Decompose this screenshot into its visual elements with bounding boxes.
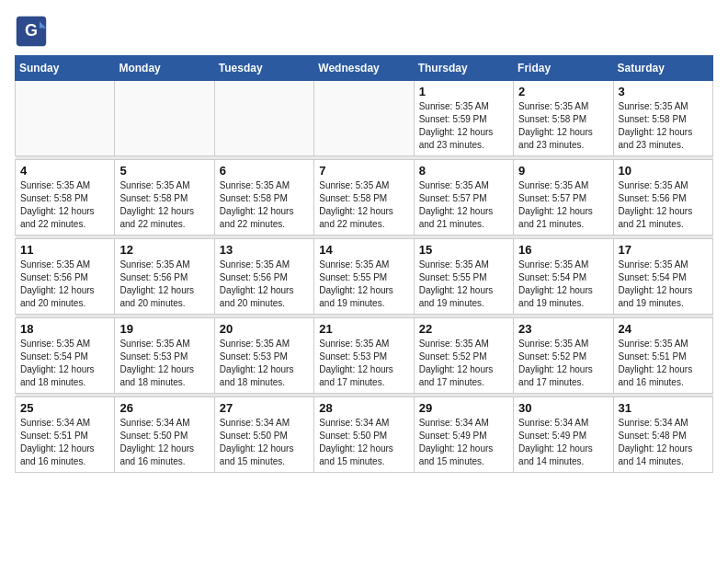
day-number: 16 [518, 243, 608, 257]
calendar-day-cell: 1Sunrise: 5:35 AMSunset: 5:59 PMDaylight… [414, 81, 513, 156]
day-info: Sunrise: 5:34 AMSunset: 5:50 PMDaylight:… [319, 417, 408, 468]
calendar-day-cell: 29Sunrise: 5:34 AMSunset: 5:49 PMDayligh… [414, 397, 513, 473]
day-info: Sunrise: 5:35 AMSunset: 5:53 PMDaylight:… [119, 338, 209, 389]
day-info: Sunrise: 5:35 AMSunset: 5:56 PMDaylight:… [220, 259, 309, 310]
day-info: Sunrise: 5:35 AMSunset: 5:58 PMDaylight:… [619, 100, 708, 152]
day-number: 12 [119, 243, 209, 257]
calendar-day-cell: 8Sunrise: 5:35 AMSunset: 5:57 PMDaylight… [414, 160, 513, 236]
calendar-day-cell: 19Sunrise: 5:35 AMSunset: 5:53 PMDayligh… [115, 318, 214, 394]
day-number: 2 [518, 85, 608, 98]
col-header-monday: Monday [115, 56, 214, 81]
calendar-day-cell: 4Sunrise: 5:35 AMSunset: 5:58 PMDaylight… [16, 160, 115, 236]
calendar-day-cell: 10Sunrise: 5:35 AMSunset: 5:56 PMDayligh… [613, 160, 712, 236]
day-number: 5 [119, 164, 209, 178]
calendar-day-cell: 6Sunrise: 5:35 AMSunset: 5:58 PMDaylight… [214, 160, 313, 236]
calendar-week-row: 4Sunrise: 5:35 AMSunset: 5:58 PMDaylight… [16, 160, 713, 236]
calendar-week-row: 25Sunrise: 5:34 AMSunset: 5:51 PMDayligh… [16, 397, 713, 473]
calendar-day-cell: 25Sunrise: 5:34 AMSunset: 5:51 PMDayligh… [16, 397, 115, 473]
day-number: 27 [220, 401, 309, 415]
calendar-day-cell: 14Sunrise: 5:35 AMSunset: 5:55 PMDayligh… [314, 239, 414, 315]
day-number: 10 [619, 164, 708, 178]
calendar-day-cell [214, 81, 313, 156]
calendar-day-cell: 26Sunrise: 5:34 AMSunset: 5:50 PMDayligh… [115, 397, 214, 473]
day-info: Sunrise: 5:35 AMSunset: 5:54 PMDaylight:… [20, 338, 109, 389]
calendar-week-row: 1Sunrise: 5:35 AMSunset: 5:59 PMDaylight… [16, 81, 713, 156]
day-number: 14 [319, 243, 408, 257]
day-info: Sunrise: 5:35 AMSunset: 5:58 PMDaylight:… [319, 179, 408, 231]
day-info: Sunrise: 5:35 AMSunset: 5:52 PMDaylight:… [419, 338, 508, 389]
day-number: 26 [119, 401, 209, 415]
day-number: 29 [419, 401, 508, 415]
day-info: Sunrise: 5:35 AMSunset: 5:55 PMDaylight:… [419, 259, 508, 310]
col-header-thursday: Thursday [414, 56, 513, 81]
day-info: Sunrise: 5:35 AMSunset: 5:56 PMDaylight:… [20, 259, 109, 310]
day-info: Sunrise: 5:35 AMSunset: 5:54 PMDaylight:… [518, 259, 608, 310]
day-info: Sunrise: 5:35 AMSunset: 5:58 PMDaylight:… [220, 179, 309, 231]
col-header-tuesday: Tuesday [214, 56, 313, 81]
calendar-day-cell [115, 81, 214, 156]
day-info: Sunrise: 5:34 AMSunset: 5:51 PMDaylight:… [20, 417, 109, 468]
day-info: Sunrise: 5:35 AMSunset: 5:52 PMDaylight:… [518, 338, 608, 389]
day-info: Sunrise: 5:35 AMSunset: 5:55 PMDaylight:… [319, 259, 408, 310]
day-number: 24 [619, 322, 708, 336]
day-info: Sunrise: 5:35 AMSunset: 5:59 PMDaylight:… [419, 100, 508, 152]
day-number: 6 [220, 164, 309, 178]
day-number: 1 [419, 85, 508, 98]
day-number: 30 [518, 401, 608, 415]
calendar-day-cell [16, 81, 115, 156]
calendar-day-cell: 15Sunrise: 5:35 AMSunset: 5:55 PMDayligh… [414, 239, 513, 315]
calendar-day-cell: 22Sunrise: 5:35 AMSunset: 5:52 PMDayligh… [414, 318, 513, 394]
col-header-sunday: Sunday [16, 56, 115, 81]
day-number: 15 [419, 243, 508, 257]
day-info: Sunrise: 5:35 AMSunset: 5:58 PMDaylight:… [119, 179, 209, 231]
page-header: G [15, 15, 713, 48]
day-info: Sunrise: 5:34 AMSunset: 5:49 PMDaylight:… [419, 417, 508, 468]
day-number: 9 [518, 164, 608, 178]
day-number: 25 [20, 401, 109, 415]
calendar-day-cell: 17Sunrise: 5:35 AMSunset: 5:54 PMDayligh… [613, 239, 712, 315]
day-number: 18 [20, 322, 109, 336]
day-number: 23 [518, 322, 608, 336]
calendar-day-cell [314, 81, 414, 156]
calendar-day-cell: 20Sunrise: 5:35 AMSunset: 5:53 PMDayligh… [214, 318, 313, 394]
day-info: Sunrise: 5:35 AMSunset: 5:58 PMDaylight:… [518, 100, 608, 152]
day-number: 31 [619, 401, 708, 415]
day-number: 28 [319, 401, 408, 415]
calendar-day-cell: 11Sunrise: 5:35 AMSunset: 5:56 PMDayligh… [16, 239, 115, 315]
calendar-day-cell: 21Sunrise: 5:35 AMSunset: 5:53 PMDayligh… [314, 318, 414, 394]
day-number: 11 [20, 243, 109, 257]
calendar-day-cell: 18Sunrise: 5:35 AMSunset: 5:54 PMDayligh… [16, 318, 115, 394]
calendar-day-cell: 16Sunrise: 5:35 AMSunset: 5:54 PMDayligh… [514, 239, 613, 315]
calendar-day-cell: 13Sunrise: 5:35 AMSunset: 5:56 PMDayligh… [214, 239, 313, 315]
col-header-friday: Friday [514, 56, 613, 81]
calendar-day-cell: 12Sunrise: 5:35 AMSunset: 5:56 PMDayligh… [115, 239, 214, 315]
day-number: 19 [119, 322, 209, 336]
calendar-week-row: 18Sunrise: 5:35 AMSunset: 5:54 PMDayligh… [16, 318, 713, 394]
day-info: Sunrise: 5:34 AMSunset: 5:50 PMDaylight:… [220, 417, 309, 468]
calendar-day-cell: 5Sunrise: 5:35 AMSunset: 5:58 PMDaylight… [115, 160, 214, 236]
day-number: 20 [220, 322, 309, 336]
day-number: 7 [319, 164, 408, 178]
day-info: Sunrise: 5:35 AMSunset: 5:56 PMDaylight:… [619, 179, 708, 231]
calendar-day-cell: 9Sunrise: 5:35 AMSunset: 5:57 PMDaylight… [514, 160, 613, 236]
day-info: Sunrise: 5:35 AMSunset: 5:51 PMDaylight:… [619, 338, 708, 389]
calendar-day-cell: 31Sunrise: 5:34 AMSunset: 5:48 PMDayligh… [613, 397, 712, 473]
calendar-day-cell: 23Sunrise: 5:35 AMSunset: 5:52 PMDayligh… [514, 318, 613, 394]
day-number: 13 [220, 243, 309, 257]
day-number: 17 [619, 243, 708, 257]
day-number: 3 [619, 85, 708, 98]
day-info: Sunrise: 5:34 AMSunset: 5:49 PMDaylight:… [518, 417, 608, 468]
logo-icon: G [15, 15, 48, 48]
col-header-wednesday: Wednesday [314, 56, 414, 81]
day-info: Sunrise: 5:35 AMSunset: 5:56 PMDaylight:… [119, 259, 209, 310]
calendar-table: SundayMondayTuesdayWednesdayThursdayFrid… [15, 55, 713, 473]
svg-text:G: G [25, 21, 38, 40]
logo: G [15, 15, 51, 48]
day-info: Sunrise: 5:35 AMSunset: 5:53 PMDaylight:… [319, 338, 408, 389]
day-number: 21 [319, 322, 408, 336]
calendar-header-row: SundayMondayTuesdayWednesdayThursdayFrid… [16, 56, 713, 81]
calendar-day-cell: 2Sunrise: 5:35 AMSunset: 5:58 PMDaylight… [514, 81, 613, 156]
day-number: 4 [20, 164, 109, 178]
day-info: Sunrise: 5:35 AMSunset: 5:53 PMDaylight:… [220, 338, 309, 389]
day-info: Sunrise: 5:35 AMSunset: 5:57 PMDaylight:… [518, 179, 608, 231]
